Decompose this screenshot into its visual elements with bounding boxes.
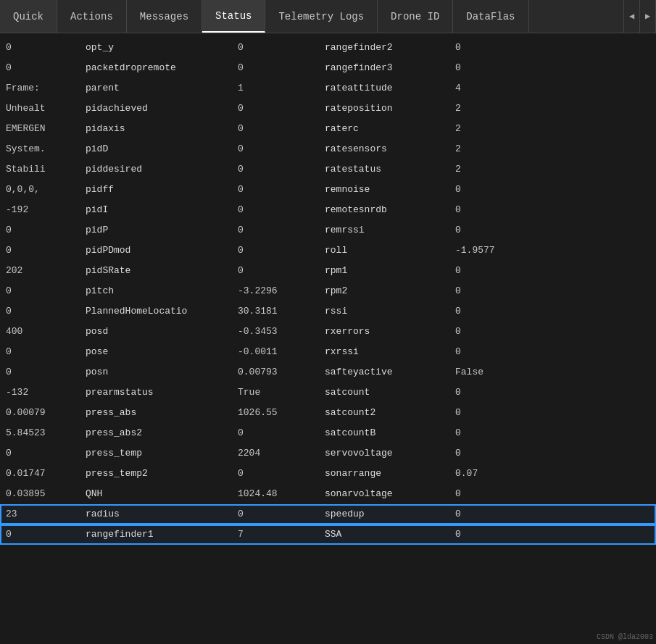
cell-r22-c1: QNH — [80, 485, 232, 503]
cell-r14-c4: 0 — [449, 322, 507, 341]
cell-r4-c1: pidaxis — [80, 120, 232, 138]
table-row: EMERGENpidaxis0raterc2 — [0, 119, 656, 139]
cell-r1-c3: rangefinder3 — [319, 59, 449, 78]
tab-telemetry[interactable]: Telemetry Logs — [265, 0, 378, 33]
cell-r16-c4: False — [449, 363, 507, 382]
tab-dataflash[interactable]: DataFlas — [453, 0, 528, 33]
cell-r17-c4: 0 — [449, 383, 507, 402]
tab-messages[interactable]: Messages — [127, 0, 202, 33]
cell-r21-c4: 0.07 — [449, 464, 507, 483]
tab-droneid[interactable]: Drone ID — [378, 0, 453, 33]
cell-r6-c2: 0 — [232, 160, 319, 179]
cell-r2-c4: 4 — [449, 79, 507, 98]
cell-r6-c1: piddesired — [80, 160, 232, 179]
cell-r12-c0: 0 — [0, 282, 80, 301]
cell-r0-c1: opt_y — [80, 38, 232, 57]
cell-r7-c3: remnoise — [319, 180, 449, 199]
cell-r5-c4: 2 — [449, 140, 507, 159]
cell-r1-c4: 0 — [449, 59, 507, 78]
table-row: 0pidPDmod0roll-1.9577 — [0, 241, 656, 261]
cell-r4-c4: 2 — [449, 120, 507, 138]
cell-r24-c0: 0 — [0, 525, 80, 544]
cell-r20-c2: 2204 — [232, 444, 319, 463]
table-row: 0.01747press_temp20sonarrange0.07 — [0, 464, 656, 484]
cell-r2-c3: rateattitude — [319, 79, 449, 98]
cell-r1-c1: packetdropremote — [80, 59, 232, 78]
cell-r23-c1: radius — [80, 505, 232, 524]
cell-r12-c3: rpm2 — [319, 282, 449, 301]
tab-scroll-left[interactable]: ◀ — [624, 0, 640, 33]
cell-r7-c0: 0,0,0, — [0, 180, 80, 199]
cell-r11-c1: pidSRate — [80, 262, 232, 280]
cell-r3-c1: pidachieved — [80, 99, 232, 118]
cell-r16-c1: posn — [80, 363, 232, 382]
table-row: 23radius0speedup0 — [0, 504, 656, 524]
tab-quick[interactable]: Quick — [0, 0, 57, 33]
cell-r20-c4: 0 — [449, 444, 507, 463]
table-row: 0pitch-3.2296rpm20 — [0, 281, 656, 301]
cell-r22-c4: 0 — [449, 485, 507, 503]
cell-r10-c0: 0 — [0, 241, 80, 260]
watermark: CSDN @lda2003 — [597, 633, 653, 641]
cell-r9-c0: 0 — [0, 221, 80, 240]
cell-r15-c3: rxrssi — [319, 343, 449, 361]
cell-r3-c2: 0 — [232, 99, 319, 118]
cell-r19-c0: 5.84523 — [0, 424, 80, 443]
table-row: 202pidSRate0rpm10 — [0, 261, 656, 281]
cell-r5-c0: System. — [0, 140, 80, 159]
cell-r8-c3: remotesnrdb — [319, 201, 449, 219]
cell-r20-c3: servovoltage — [319, 444, 449, 463]
cell-r15-c0: 0 — [0, 343, 80, 361]
table-row: 0press_temp2204servovoltage0 — [0, 443, 656, 464]
cell-r21-c1: press_temp2 — [80, 464, 232, 483]
cell-r14-c0: 400 — [0, 322, 80, 341]
cell-r0-c2: 0 — [232, 38, 319, 57]
cell-r18-c3: satcount2 — [319, 403, 449, 422]
cell-r3-c3: rateposition — [319, 99, 449, 118]
table-row: 0.00079press_abs1026.55satcount20 — [0, 403, 656, 423]
table-row: System.pidD0ratesensors2 — [0, 139, 656, 159]
cell-r18-c4: 0 — [449, 403, 507, 422]
cell-r5-c3: ratesensors — [319, 140, 449, 159]
cell-r2-c0: Frame: — [0, 79, 80, 98]
cell-r12-c1: pitch — [80, 282, 232, 301]
cell-r10-c2: 0 — [232, 241, 319, 260]
cell-r17-c3: satcount — [319, 383, 449, 402]
cell-r1-c0: 0 — [0, 59, 80, 78]
cell-r2-c2: 1 — [232, 79, 319, 98]
cell-r11-c3: rpm1 — [319, 262, 449, 280]
tab-status[interactable]: Status — [202, 0, 265, 33]
cell-r13-c0: 0 — [0, 302, 80, 321]
cell-r23-c0: 23 — [0, 505, 80, 524]
table-row: 0pidP0remrssi0 — [0, 220, 656, 241]
cell-r18-c1: press_abs — [80, 403, 232, 422]
table-row: 0packetdropremote0rangefinder30 — [0, 58, 656, 78]
cell-r6-c3: ratestatus — [319, 160, 449, 179]
cell-r11-c4: 0 — [449, 262, 507, 280]
cell-r20-c1: press_temp — [80, 444, 232, 463]
tab-scroll-buttons: ◀ ▶ — [623, 0, 656, 33]
table-row: Frame:parent1rateattitude4 — [0, 78, 656, 99]
cell-r6-c0: Stabili — [0, 160, 80, 179]
cell-r0-c3: rangefinder2 — [319, 38, 449, 57]
cell-r10-c1: pidPDmod — [80, 241, 232, 260]
tab-scroll-right[interactable]: ▶ — [640, 0, 656, 33]
cell-r18-c2: 1026.55 — [232, 403, 319, 422]
tab-actions[interactable]: Actions — [57, 0, 127, 33]
tab-bar: QuickActionsMessagesStatusTelemetry Logs… — [0, 0, 656, 33]
cell-r15-c2: -0.0011 — [232, 343, 319, 361]
cell-r9-c3: remrssi — [319, 221, 449, 240]
table-row: Stabilipiddesired0ratestatus2 — [0, 159, 656, 180]
cell-r17-c1: prearmstatus — [80, 383, 232, 402]
cell-r3-c4: 2 — [449, 99, 507, 118]
cell-r18-c0: 0.00079 — [0, 403, 80, 422]
table-row: 0rangefinder17SSA0 — [0, 524, 656, 545]
cell-r8-c0: -192 — [0, 201, 80, 219]
cell-r14-c3: rxerrors — [319, 322, 449, 341]
cell-r7-c4: 0 — [449, 180, 507, 199]
cell-r14-c2: -0.3453 — [232, 322, 319, 341]
cell-r9-c2: 0 — [232, 221, 319, 240]
cell-r17-c0: -132 — [0, 383, 80, 402]
cell-r17-c2: True — [232, 383, 319, 402]
cell-r10-c4: -1.9577 — [449, 241, 507, 260]
